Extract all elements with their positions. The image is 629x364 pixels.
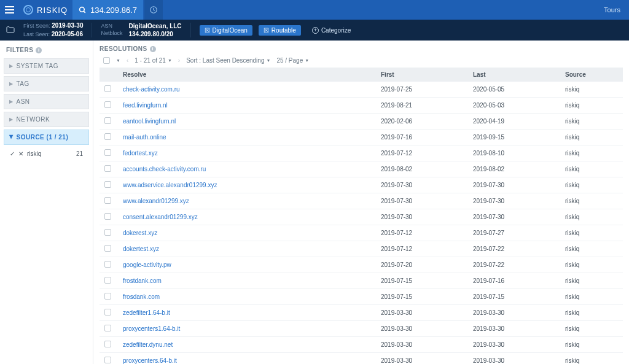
svg-point-0 [80, 7, 85, 12]
chevron-down-icon[interactable]: ▼ [116, 58, 120, 63]
prev-page[interactable]: ‹ [127, 57, 128, 64]
close-icon[interactable]: ✕ [18, 150, 23, 157]
last-seen: 2019-07-30 [468, 209, 560, 225]
filter-system-tag[interactable]: ▶SYSTEM TAG [4, 58, 89, 74]
last-seen: 2019-03-30 [468, 337, 560, 353]
resolve-link[interactable]: zedefilter1.64-b.it [123, 309, 170, 316]
asn-values: DigitalOcean, LLC 134.209.80.0/20 [128, 23, 181, 37]
resolve-link[interactable]: dokerest.xyz [123, 230, 157, 236]
categorize-button[interactable]: +Categorize [307, 25, 356, 36]
tag-digitalocean[interactable]: ☒DigitalOcean [200, 25, 252, 36]
row-checkbox[interactable] [104, 117, 111, 124]
brand-logo[interactable]: RISKIQ [18, 5, 72, 15]
sort-dropdown[interactable]: Sort : Last Seen Descending ▼ [186, 57, 270, 64]
source: riskiq [560, 98, 623, 114]
check-icon: ✓ [10, 150, 15, 157]
table-row: dokertest.xyz2019-07-122019-07-22riskiq [100, 241, 623, 257]
row-checkbox[interactable] [104, 277, 111, 284]
history-button[interactable] [144, 0, 163, 20]
info-icon[interactable]: i [36, 47, 42, 53]
source: riskiq [560, 209, 623, 225]
topbar: RISKIQ 134.209.86.7 Tours [0, 0, 629, 20]
resolve-link[interactable]: eantool.livingfurn.nl [123, 118, 176, 125]
menu-button[interactable] [0, 0, 18, 20]
resolve-link[interactable]: frosdank.com [123, 293, 160, 300]
per-page-dropdown[interactable]: 25 / Page ▼ [276, 57, 309, 64]
table-row: proxycenters.64-b.it2019-03-302019-03-30… [100, 353, 623, 365]
first-seen: 2020-02-06 [376, 114, 468, 130]
info-icon[interactable]: i [150, 46, 156, 52]
resolve-link[interactable]: feed.livingfurn.nl [123, 102, 168, 109]
resolve-link[interactable]: www.adservice.alexandr01299.xyz [123, 182, 217, 188]
source: riskiq [560, 353, 623, 365]
source: riskiq [560, 177, 623, 193]
filter-tag[interactable]: ▶TAG [4, 76, 89, 91]
table-row: www.adservice.alexandr01299.xyz2019-07-3… [100, 177, 623, 193]
source-item-riskiq[interactable]: ✓ ✕ riskiq 21 [4, 147, 89, 160]
row-checkbox[interactable] [104, 357, 111, 363]
row-checkbox[interactable] [104, 85, 111, 92]
col-first[interactable]: First [376, 68, 468, 82]
resolve-link[interactable]: dokertest.xyz [123, 246, 159, 252]
source: riskiq [560, 305, 623, 321]
last-seen: 2019-09-15 [468, 130, 560, 145]
row-checkbox[interactable] [104, 213, 111, 220]
col-last[interactable]: Last [468, 68, 560, 82]
resolve-link[interactable]: check-activity.com.ru [123, 86, 180, 93]
row-checkbox[interactable] [104, 101, 111, 108]
first-seen: 2019-07-12 [376, 145, 468, 161]
table-row: frosdank.com2019-07-152019-07-15riskiq [100, 289, 623, 305]
first-seen: 2019-07-12 [376, 225, 468, 241]
row-checkbox[interactable] [104, 309, 111, 316]
first-seen: 2019-07-12 [376, 241, 468, 257]
resolve-link[interactable]: proxycenters1.64-b.it [123, 325, 180, 332]
source: riskiq [560, 161, 623, 177]
resolve-link[interactable]: consent.alexandr01299.xyz [123, 214, 198, 220]
filter-source[interactable]: ▶SOURCE (1 / 21) [4, 130, 89, 145]
row-checkbox[interactable] [104, 133, 111, 140]
project-folder-icon[interactable] [4, 23, 17, 37]
resolve-link[interactable]: accounts.check-activity.com.ru [123, 166, 206, 172]
content-area: RESOLUTIONS i ▼ ‹ 1 - 21 of 21▼ › Sort :… [93, 41, 629, 364]
row-checkbox[interactable] [104, 181, 111, 188]
last-seen: 2019-03-30 [468, 305, 560, 321]
resolve-link[interactable]: proxycenters.64-b.it [123, 357, 177, 364]
tours-link[interactable]: Tours [595, 6, 629, 14]
search-box[interactable]: 134.209.86.7 [72, 0, 143, 20]
source: riskiq [560, 321, 623, 337]
row-checkbox[interactable] [104, 341, 111, 347]
resolve-link[interactable]: mail-auth.online [123, 134, 166, 141]
search-query: 134.209.86.7 [90, 6, 137, 15]
row-checkbox[interactable] [104, 245, 111, 252]
resolve-link[interactable]: www.alexandr01299.xyz [123, 198, 189, 204]
resolve-link[interactable]: google-activity.pw [123, 261, 171, 268]
select-all-checkbox[interactable] [103, 57, 110, 64]
last-seen: 2019-03-30 [468, 353, 560, 365]
last-seen: 2019-07-30 [468, 193, 560, 209]
page-range[interactable]: 1 - 21 of 21▼ [135, 57, 172, 64]
col-source[interactable]: Source [560, 68, 623, 82]
brand-text: RISKIQ [37, 6, 68, 15]
last-seen: 2019-07-16 [468, 273, 560, 289]
row-checkbox[interactable] [104, 229, 111, 236]
row-checkbox[interactable] [104, 149, 111, 156]
resolve-link[interactable]: frostdank.com [123, 277, 162, 284]
filter-asn[interactable]: ▶ASN [4, 94, 89, 109]
table-row: consent.alexandr01299.xyz2019-07-302019-… [100, 209, 623, 225]
table-row: check-activity.com.ru2019-07-252020-05-0… [100, 82, 623, 98]
table-row: frostdank.com2019-07-152019-07-16riskiq [100, 273, 623, 289]
resolve-link[interactable]: fedortest.xyz [123, 150, 158, 157]
tag-routable[interactable]: ☒Routable [259, 25, 301, 36]
next-page[interactable]: › [178, 57, 180, 64]
asn-labels: ASN Netblock [101, 23, 122, 37]
row-checkbox[interactable] [104, 165, 111, 172]
row-checkbox[interactable] [104, 197, 111, 204]
table-row: zedefilter1.64-b.it2019-03-302019-03-30r… [100, 305, 623, 321]
brand-icon [23, 5, 33, 15]
row-checkbox[interactable] [104, 261, 111, 268]
row-checkbox[interactable] [104, 293, 111, 300]
col-resolve[interactable]: Resolve [118, 68, 376, 82]
filter-network[interactable]: ▶NETWORK [4, 112, 89, 127]
resolve-link[interactable]: zedefilter.dynu.net [123, 341, 173, 348]
row-checkbox[interactable] [104, 325, 111, 331]
